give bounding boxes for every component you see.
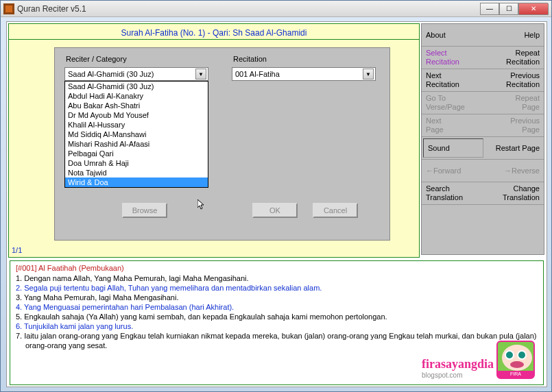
ok-button[interactable]: OK [252, 203, 298, 218]
content-area: Surah Al-Fatiha (No. 1) - Qari: Sh Saad … [6, 21, 547, 387]
side-row: NextRecitationPreviousRecitation [422, 69, 544, 92]
side-cell-left[interactable]: Sound [423, 138, 483, 158]
side-cell-right[interactable]: RepeatPage [483, 92, 544, 114]
selection-panel: Reciter / Category Recitation Saad Al-Gh… [54, 47, 390, 241]
dropdown-item[interactable]: Dr Md Ayoub Md Yousef [65, 110, 208, 120]
close-button[interactable]: ✕ [518, 3, 549, 15]
browse-button[interactable]: Browse [122, 203, 167, 218]
reciter-combo[interactable]: Saad Al-Ghamidi (30 Juz) ▼ [64, 67, 208, 81]
verse-line: 1. Dengan nama Allah, Yang Maha Pemurah,… [16, 273, 538, 283]
side-row: AboutHelp [422, 24, 544, 47]
surah-header: Surah Al-Fatiha (No. 1) - Qari: Sh Saad … [9, 24, 419, 40]
verse-line: 2. Segala puji tertentu bagi Allah, Tuha… [16, 283, 538, 293]
chevron-down-icon[interactable]: ▼ [195, 69, 206, 79]
recitation-label: Recitation [233, 55, 267, 63]
side-cell-right[interactable]: PreviousPage [483, 114, 544, 136]
maximize-button[interactable]: ☐ [499, 3, 518, 15]
recitation-combo[interactable]: 001 Al-Fatiha ▼ [232, 67, 376, 81]
side-row: SearchTranslationChangeTranslation [422, 182, 544, 205]
verse-line: 3. Yang Maha Pemurah, lagi Maha Mengasih… [16, 293, 538, 302]
main-pane: Surah Al-Fatiha (No. 1) - Qari: Sh Saad … [8, 23, 420, 258]
verse-line: 4. Yang Menguasai pemerintahan hari Pemb… [16, 302, 538, 312]
page-indicator: 1/1 [12, 246, 22, 254]
titlebar[interactable]: Quran Reciter v5.1 — ☐ ✕ [1, 1, 551, 17]
side-cell-right[interactable]: Help [483, 24, 544, 46]
side-row: NextPagePreviousPage [422, 114, 544, 137]
side-cell-right[interactable]: Restart Page [485, 137, 544, 159]
dropdown-item[interactable]: Khalil Al-Hussary [65, 120, 208, 130]
side-cell-right[interactable]: ChangeTranslation [483, 182, 544, 204]
recitation-combo-value: 001 Al-Fatiha [234, 70, 363, 78]
watermark-text: firasayangdia [422, 357, 494, 371]
dropdown-item[interactable]: Wirid & Doa [65, 177, 208, 187]
side-row: SelectRecitationRepeatRecitation [422, 47, 544, 69]
dropdown-item[interactable]: Abu Bakar Ash-Shatri [65, 101, 208, 110]
translation-title: [#001] Al Faatihah (Pembukaan) [16, 264, 538, 272]
side-cell-right[interactable]: →Reverse [483, 160, 544, 182]
side-cell-left[interactable]: About [422, 24, 483, 46]
app-window: Quran Reciter v5.1 — ☐ ✕ Surah Al-Fatiha… [0, 0, 552, 392]
dropdown-item[interactable]: Doa Umrah & Haji [65, 158, 208, 168]
side-cell-left[interactable]: Go ToVerse/Page [422, 92, 483, 114]
reciter-dropdown[interactable]: Saad Al-Ghamidi (30 Juz)Abdul Hadi Al-Ka… [64, 81, 208, 188]
window-title: Quran Reciter v5.1 [17, 4, 480, 14]
side-cell-left[interactable]: SearchTranslation [422, 182, 483, 204]
dropdown-item[interactable]: Saad Al-Ghamidi (30 Juz) [65, 82, 208, 91]
side-row: Go ToVerse/PageRepeatPage [422, 92, 544, 114]
minimize-button[interactable]: — [480, 3, 499, 15]
side-row: SoundRestart Page [422, 137, 544, 160]
side-cell-left[interactable]: ←Forward [422, 160, 483, 182]
dropdown-item[interactable]: Nota Tajwid [65, 168, 208, 177]
watermark: firasayangdia blogspot.com FIRA [422, 341, 535, 379]
app-icon [3, 3, 14, 14]
reciter-label: Reciter / Category [66, 55, 127, 63]
dropdown-item[interactable]: Pelbagai Qari [65, 149, 208, 158]
watermark-avatar-icon: FIRA [496, 341, 535, 379]
verse-line: 5. Engkaulah sahaja (Ya Allah) yang kami… [16, 312, 538, 321]
verse-line: 6. Tunjukilah kami jalan yang lurus. [16, 321, 538, 331]
svg-rect-1 [5, 5, 12, 12]
dropdown-item[interactable]: Abdul Hadi Al-Kanakry [65, 91, 208, 101]
dropdown-item[interactable]: Md Siddiq Al-Manshawi [65, 130, 208, 139]
watermark-sub: blogspot.com [422, 371, 494, 379]
translation-pane: [#001] Al Faatihah (Pembukaan) 1. Dengan… [10, 260, 544, 385]
cancel-button[interactable]: Cancel [313, 203, 358, 218]
side-cell-right[interactable]: PreviousRecitation [483, 69, 544, 91]
reciter-combo-value: Saad Al-Ghamidi (30 Juz) [67, 70, 195, 78]
chevron-down-icon[interactable]: ▼ [363, 69, 374, 79]
side-cell-left[interactable]: NextPage [422, 114, 483, 136]
side-cell-left[interactable]: SelectRecitation [422, 47, 483, 69]
side-row: ←Forward→Reverse [422, 160, 544, 182]
side-pane: AboutHelpSelectRecitationRepeatRecitatio… [421, 23, 544, 255]
side-cell-left[interactable]: NextRecitation [422, 69, 483, 91]
dropdown-item[interactable]: Mishari Rashid Al-Afaasi [65, 139, 208, 149]
side-cell-right[interactable]: RepeatRecitation [483, 47, 544, 69]
